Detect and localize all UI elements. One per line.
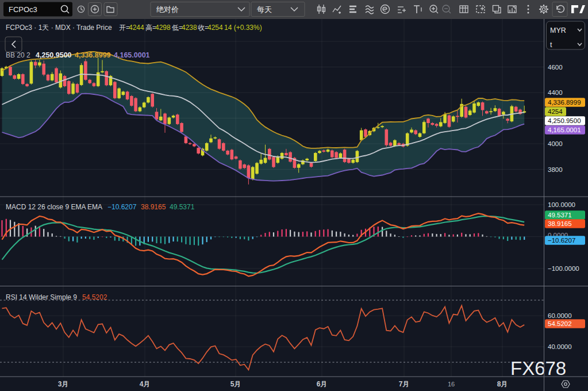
svg-text:7月: 7月 [399,380,410,388]
svg-text:14 (+0.33%): 14 (+0.33%) [224,24,262,32]
svg-text:4,250.9500: 4,250.9500 [36,51,72,59]
svg-text:3800: 3800 [548,166,563,173]
svg-text:4298: 4298 [155,24,171,32]
svg-text:RSI 14 Wilder Simple 9: RSI 14 Wilder Simple 9 [6,293,77,301]
svg-text:FX678: FX678 [510,358,566,379]
svg-text:FCPOc3: FCPOc3 [9,5,37,14]
svg-text:40.0000: 40.0000 [548,343,572,350]
svg-text:38.9165: 38.9165 [141,203,166,211]
svg-text:BB 20 2: BB 20 2 [6,51,30,59]
svg-text:49.5371: 49.5371 [170,203,195,211]
svg-text:54.5202: 54.5202 [548,320,572,327]
svg-text:FCPOc3 · 1天 · MDX · Trade Pric: FCPOc3 · 1天 · MDX · Trade Price [6,24,112,32]
svg-text:100.0000: 100.0000 [548,201,575,208]
svg-text:38.9165: 38.9165 [548,220,572,227]
svg-text:4254: 4254 [548,108,563,115]
svg-text:绝对价: 绝对价 [156,5,179,14]
svg-text:16: 16 [448,381,455,388]
svg-text:t: t [550,41,552,49]
svg-text:−100.0000: −100.0000 [548,265,579,272]
svg-text:4238: 4238 [182,24,197,32]
svg-text:4000: 4000 [548,140,563,147]
svg-text:−10.6207: −10.6207 [548,237,575,244]
svg-text:4400: 4400 [548,89,563,96]
svg-text:4,336.8999: 4,336.8999 [548,99,581,106]
svg-text:4,165.0001: 4,165.0001 [548,126,581,133]
svg-text:54.5202: 54.5202 [82,293,107,301]
svg-text:8月: 8月 [497,380,508,388]
svg-text:3月: 3月 [58,380,69,388]
svg-text:MACD 12 26 close 9 EMA EMA: MACD 12 26 close 9 EMA EMA [6,203,102,211]
svg-text:4254: 4254 [207,24,223,32]
svg-text:4月: 4月 [140,380,151,388]
svg-text:MYR: MYR [550,26,566,34]
svg-text:4,165.0001: 4,165.0001 [114,51,150,59]
svg-text:4244: 4244 [129,24,144,32]
svg-text:49.5371: 49.5371 [548,212,572,218]
svg-text:4,250.9500: 4,250.9500 [548,117,581,124]
svg-text:5月: 5月 [230,380,241,388]
svg-text:6月: 6月 [317,380,328,388]
svg-text:4600: 4600 [548,64,563,71]
svg-text:每天: 每天 [257,5,272,14]
svg-text:4,336.8999: 4,336.8999 [75,51,111,59]
svg-text:−10.6207: −10.6207 [107,203,137,211]
svg-text:60.0000: 60.0000 [548,312,572,319]
